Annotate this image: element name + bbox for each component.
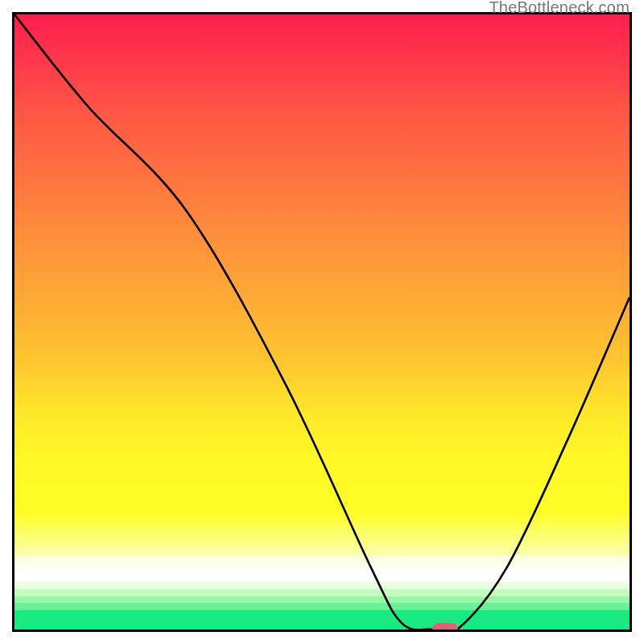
bottleneck-curve (14, 14, 630, 630)
plot-area (12, 12, 632, 632)
chart-frame: TheBottleneck.com (0, 0, 644, 644)
optimal-marker (432, 623, 458, 632)
watermark-text: TheBottleneck.com (489, 0, 630, 17)
curve-layer (14, 14, 630, 630)
